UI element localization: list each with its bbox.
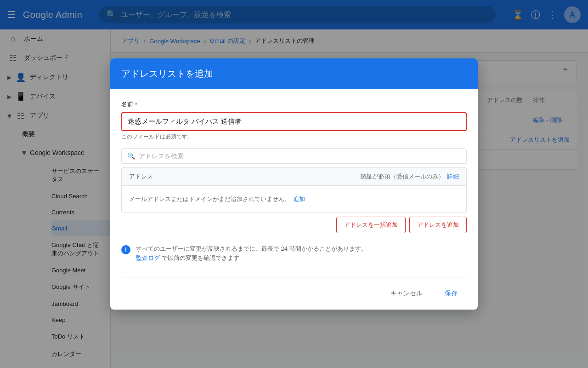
col-verify-detail-link[interactable]: 詳細 bbox=[447, 172, 459, 181]
form-name-label: 名前 * bbox=[121, 100, 467, 109]
address-table: アドレス 認証が必須（受信メールのみ） 詳細 メールアドレスまたはドメインがまだ… bbox=[121, 167, 467, 213]
address-table-header: アドレス 認証が必須（受信メールのみ） 詳細 bbox=[122, 168, 466, 186]
dialog-body: 名前 * このフィールドは必須です。 🔍 アドレス 認証が必須（受信メールのみ）… bbox=[110, 89, 478, 277]
dialog-info-section: i すべてのユーザーに変更が反映されるまでに、最長で 24 時間かかることがあり… bbox=[121, 237, 467, 266]
info-line2-suffix: で以前の変更を確認できます bbox=[162, 254, 239, 261]
info-circle-icon: i bbox=[121, 245, 130, 254]
address-table-body: メールアドレスまたはドメインがまだ追加されていません。 追加 bbox=[122, 186, 466, 213]
name-input[interactable] bbox=[121, 112, 467, 131]
add-address-list-dialog: アドレスリストを追加 名前 * このフィールドは必須です。 🔍 アドレス bbox=[110, 58, 478, 310]
form-helper-text: このフィールドは必須です。 bbox=[121, 133, 467, 141]
add-address-button[interactable]: アドレスを追加 bbox=[409, 217, 467, 233]
address-search-box: 🔍 bbox=[121, 148, 467, 164]
address-search-input[interactable] bbox=[139, 152, 461, 160]
info-line1: すべてのユーザーに変更が反映されるまでに、最長で 24 時間かかることがあります… bbox=[136, 245, 367, 252]
dialog-footer: キャンセル 保存 bbox=[110, 277, 478, 310]
dialog-header: アドレスリストを追加 bbox=[110, 58, 478, 89]
empty-message-text: メールアドレスまたはドメインがまだ追加されていません。 bbox=[129, 195, 290, 203]
bulk-add-button[interactable]: アドレスを一括追加 bbox=[336, 217, 406, 233]
required-mark: * bbox=[135, 101, 137, 108]
col-address: アドレス bbox=[129, 172, 361, 181]
dialog-overlay: アドレスリストを追加 名前 * このフィールドは必須です。 🔍 アドレス bbox=[0, 0, 588, 368]
col-verify-text: 認証が必須（受信メールのみ） bbox=[361, 172, 444, 181]
address-button-row: アドレスを一括追加 アドレスを追加 bbox=[121, 213, 467, 237]
col-verify: 認証が必須（受信メールのみ） 詳細 bbox=[361, 172, 459, 181]
dialog-title: アドレスリストを追加 bbox=[121, 69, 213, 79]
name-label-text: 名前 bbox=[121, 100, 133, 109]
addr-search-icon: 🔍 bbox=[127, 152, 135, 160]
add-address-link[interactable]: 追加 bbox=[293, 195, 305, 203]
dialog-info-text: すべてのユーザーに変更が反映されるまでに、最長で 24 時間かかることがあります… bbox=[136, 244, 367, 262]
audit-log-link[interactable]: 監査ログ bbox=[136, 254, 160, 261]
cancel-button[interactable]: キャンセル bbox=[381, 285, 432, 302]
save-button[interactable]: 保存 bbox=[435, 285, 467, 302]
